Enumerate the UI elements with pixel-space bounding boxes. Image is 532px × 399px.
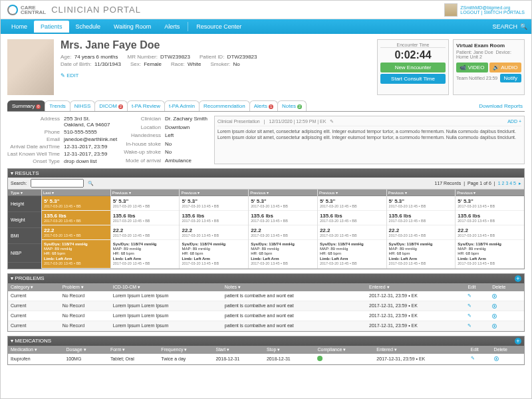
pencil-icon[interactable]: ✎ (330, 119, 334, 124)
results-title: RESULTS (15, 170, 39, 176)
page-5[interactable]: 5 (513, 181, 516, 186)
page-2[interactable]: 2 (502, 181, 505, 186)
notify-button[interactable]: Notify (500, 74, 521, 82)
page-1[interactable]: 1 (498, 181, 501, 186)
nav-schedule[interactable]: Schedule (69, 21, 108, 33)
encounter-time: 0:02:44 (380, 49, 446, 61)
logo: CARECENTRAL (7, 5, 46, 15)
edit-icon[interactable]: ✎ (467, 293, 473, 299)
tab-nihss[interactable]: NIHSS (70, 100, 95, 111)
page-next[interactable]: ▸ (519, 181, 521, 186)
tab-dicom[interactable]: DICOM2 (94, 100, 128, 111)
tab-alerts[interactable]: Alerts1 (249, 100, 278, 111)
user-avatar[interactable] (444, 3, 458, 17)
new-encounter-button[interactable]: New Encounter (380, 63, 446, 72)
patient-avatar (7, 39, 54, 95)
delete-icon[interactable]: ⓧ (492, 303, 497, 309)
tab-summary[interactable]: Summary0 (7, 100, 45, 111)
edit-icon[interactable]: ✎ (467, 303, 473, 309)
tab-tpa-review[interactable]: t-PA Review (127, 100, 165, 111)
user-email: ZSmithMD@bigmed.org (460, 5, 525, 10)
download-reports[interactable]: Download Reports (477, 101, 525, 111)
clinpres-label: Clinical Presentation (217, 119, 260, 124)
delete-icon[interactable]: ⓧ (492, 323, 497, 329)
delete-icon[interactable]: ⓧ (492, 313, 497, 319)
table-row: CurrentNo RecordLorem Ipsum Lorem Ipsump… (8, 311, 524, 321)
table-row: CurrentNo RecordLorem Ipsum Lorem Ipsump… (8, 291, 524, 301)
app-title: CLINICIAN PORTAL (51, 5, 141, 15)
page-4[interactable]: 4 (509, 181, 512, 186)
search-icon[interactable]: 🔍 (88, 181, 94, 186)
tab-trends[interactable]: Trends (45, 100, 70, 111)
edit-icon[interactable]: ✎ (467, 313, 473, 319)
results-search-input[interactable] (31, 179, 84, 188)
table-row: CurrentNo RecordLorem Ipsum Lorem Ipsump… (8, 321, 524, 331)
encounter-header: Encounter Time (380, 43, 446, 48)
tab-recommendation[interactable]: Recommendation (199, 100, 250, 111)
clinpres-ts: 12/31/2020 | 12:59 PM | EK (269, 119, 327, 124)
nav-resource-center[interactable]: Resource Center (190, 21, 248, 33)
start-consult-button[interactable]: Start Consult Time (380, 74, 446, 84)
team-notified: Team Notified 23:59 (456, 76, 497, 80)
meds-expand-icon[interactable]: ▾ (11, 338, 13, 344)
results-expand-icon[interactable]: ▾ (11, 170, 13, 176)
nav-home[interactable]: Home (5, 21, 34, 33)
problems-add[interactable]: + (515, 275, 521, 282)
nav-waiting-room[interactable]: Waiting Room (107, 21, 158, 33)
nav-alerts[interactable]: Alerts (158, 21, 186, 33)
switch-portals-link[interactable]: SWITCH PORTALS (483, 10, 525, 15)
delete-icon[interactable]: ⓧ (492, 293, 497, 299)
table-row: CurrentNo RecordLorem Ipsum Lorem Ipsump… (8, 301, 524, 311)
ver-title: Virtual Exam Room (456, 43, 521, 49)
meds-title: MEDICATIONS (15, 338, 51, 344)
clinpres-body: Lorem ipsum dolor sit amet, consectetur … (217, 128, 521, 140)
video-button[interactable]: 📹 VIDEO (456, 63, 488, 72)
problems-expand-icon[interactable]: ▾ (11, 275, 13, 281)
audio-button[interactable]: 🔊 AUDIO (489, 63, 521, 72)
clinpres-add[interactable]: ADD + (507, 119, 521, 124)
meds-add[interactable]: + (515, 338, 521, 344)
table-row: Ibuprofen100MGTablet; OralTwice a day201… (8, 354, 524, 364)
search-icon[interactable]: 🔍 (520, 23, 527, 30)
tab-tpa-admin[interactable]: t-PA Admin (164, 100, 200, 111)
tab-notes[interactable]: Notes2 (277, 100, 307, 111)
patient-name: Mrs. Jane Faye Doe (61, 39, 370, 51)
edit-patient[interactable]: ✎ EDIT (61, 72, 78, 78)
delete-icon[interactable]: ⓧ (494, 356, 499, 361)
edit-icon[interactable]: ✎ (467, 323, 473, 329)
nav-patients[interactable]: Patients (34, 21, 69, 33)
edit-icon[interactable]: ✎ (471, 356, 476, 361)
page-3[interactable]: 3 (505, 181, 508, 186)
problems-title: PROBLEMS (15, 275, 44, 281)
logout-link[interactable]: LOGOUT (460, 10, 479, 15)
compliance-dot (317, 356, 323, 361)
nav-search-label: SEARCH (492, 23, 517, 30)
